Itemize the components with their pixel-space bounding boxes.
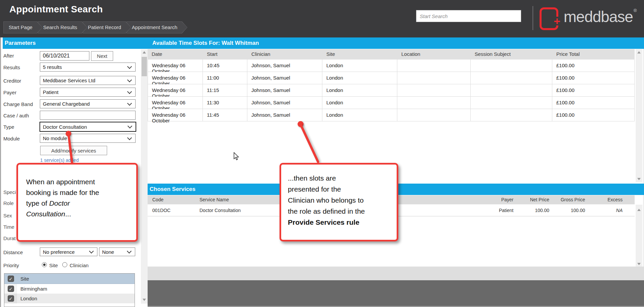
chevron-down-icon xyxy=(127,249,132,253)
creditor-label: Creditor xyxy=(3,78,21,84)
breadcrumb-patient-record[interactable]: Patient Record xyxy=(83,21,131,33)
timeslot-row[interactable]: Wednesday 06 October 11:00 Johnson, Samu… xyxy=(148,72,635,84)
distance-unit-select[interactable]: None xyxy=(99,247,135,256)
chevron-down-icon xyxy=(128,124,132,128)
priority-site-option[interactable]: Site xyxy=(49,263,58,268)
scroll-down-icon[interactable] xyxy=(637,178,641,180)
type-select[interactable]: Doctor Consultation xyxy=(39,122,136,132)
after-date-input[interactable] xyxy=(40,51,89,61)
col-code: Code xyxy=(148,195,195,204)
col-payer: Payer xyxy=(467,195,513,204)
registered-mark: ® xyxy=(634,7,637,14)
breadcrumb-search-results[interactable]: Search Results xyxy=(38,21,87,33)
scrollbar-thumb[interactable] xyxy=(142,57,147,76)
timeslot-row[interactable]: Wednesday 06 October 11:45 Johnson, Samu… xyxy=(148,109,635,121)
chosen-services-scrollbar[interactable] xyxy=(636,205,642,267)
charge-band-label: Charge Band xyxy=(3,101,33,107)
site-list-header-label: Site xyxy=(20,276,29,282)
module-select[interactable]: No module xyxy=(40,134,136,143)
callout-slots-note: ...then slots are presented for the Clin… xyxy=(279,163,398,241)
timeslot-row[interactable]: Wednesday 06 October 11:30 Johnson, Samu… xyxy=(148,97,635,109)
charge-band-select[interactable]: General Chargeband xyxy=(40,99,136,108)
case-auth-input[interactable] xyxy=(40,111,136,120)
module-label: Module xyxy=(3,136,20,141)
checkbox-checked-icon[interactable] xyxy=(8,276,14,282)
add-modify-services-button[interactable]: Add/modify services xyxy=(40,146,107,155)
specialist-label: Speci xyxy=(3,189,16,195)
col-site: Site xyxy=(322,49,397,60)
annotation-line xyxy=(299,124,319,164)
parameters-scrollbar[interactable] xyxy=(141,49,148,304)
role-label: Role xyxy=(3,200,14,206)
timeslot-row[interactable]: Wednesday 06 October 11:15 Johnson, Samu… xyxy=(148,84,635,97)
distance-label: Distance xyxy=(3,249,23,255)
chosen-services-title: Chosen Services xyxy=(150,186,195,193)
scroll-up-icon[interactable] xyxy=(143,51,146,54)
col-location: Location xyxy=(397,49,471,60)
priority-label: Priority xyxy=(3,263,19,268)
col-net-price: Net Price xyxy=(513,195,549,204)
scroll-down-icon[interactable] xyxy=(637,263,641,265)
chevron-down-icon xyxy=(89,249,94,253)
logo-divider xyxy=(533,6,533,30)
timeslots-title: Available Time Slots For: Walt Whitman xyxy=(152,40,259,46)
chevron-down-icon xyxy=(127,135,132,140)
type-label: Type xyxy=(3,124,14,130)
footer-band-dark xyxy=(148,280,644,306)
next-button[interactable]: Next xyxy=(91,51,113,61)
top-header-bar: Appointment Search + meddbase ® Start Pa… xyxy=(0,0,644,37)
payer-select[interactable]: Patient xyxy=(40,88,136,97)
service-code-link[interactable]: 001DOC xyxy=(148,204,195,216)
timeslots-scrollbar[interactable] xyxy=(636,49,642,182)
col-price-total: Price Total xyxy=(552,49,635,60)
col-date: Date xyxy=(148,49,203,60)
payer-label: Payer xyxy=(3,90,16,95)
priority-clinician-radio[interactable] xyxy=(62,262,67,267)
results-select[interactable]: 5 results xyxy=(40,63,136,72)
window-left-edge xyxy=(0,37,3,307)
meddbase-logo: + meddbase ® xyxy=(540,7,637,30)
breadcrumb-start-page[interactable]: Start Page xyxy=(3,21,43,33)
col-excess: Excess xyxy=(585,195,623,204)
priority-site-radio[interactable] xyxy=(42,262,47,267)
duration-label: Durat xyxy=(3,235,16,241)
scroll-down-icon[interactable] xyxy=(143,299,146,301)
meddbase-plus-icon: + xyxy=(540,7,558,30)
creditor-select[interactable]: Meddbase Services Ltd xyxy=(40,76,136,85)
timeslots-table-header: Date Start Clinician Site Location Sessi… xyxy=(148,49,635,60)
timeslot-row[interactable]: Wednesday 06 October 10:45 Johnson, Samu… xyxy=(148,60,635,72)
case-auth-label: Case / auth xyxy=(3,113,29,118)
chevron-down-icon xyxy=(127,77,132,82)
sex-label: Sex xyxy=(3,213,12,218)
after-label: After xyxy=(3,53,14,59)
appointment-search-screen: Appointment Search + meddbase ® Start Pa… xyxy=(0,0,644,307)
breadcrumb: Start Page Search Results Patient Record… xyxy=(3,21,183,33)
priority-clinician-option[interactable]: Clinician xyxy=(70,263,89,268)
section-header-bar: Parameters Available Time Slots For: Wal… xyxy=(3,37,644,49)
callout-type-note: When an appointment booking is made for … xyxy=(16,163,138,242)
scroll-up-icon[interactable] xyxy=(637,51,641,54)
col-gross-price: Gross Price xyxy=(549,195,585,204)
distance-select[interactable]: No preference xyxy=(40,247,97,256)
breadcrumb-appointment-search[interactable]: Appointment Search xyxy=(127,21,187,33)
logo-wordmark: meddbase xyxy=(564,7,633,26)
site-filter-list: Site Birmingham London xyxy=(4,273,135,307)
col-start: Start xyxy=(203,49,247,60)
search-input[interactable] xyxy=(416,10,521,22)
chevron-down-icon xyxy=(127,101,132,105)
col-session-subject: Session Subject xyxy=(471,49,552,60)
time-label: Time xyxy=(3,224,14,230)
parameters-title: Parameters xyxy=(5,40,36,46)
site-list-header-row[interactable]: Site xyxy=(4,274,135,284)
chevron-down-icon xyxy=(127,89,132,94)
page-title: Appointment Search xyxy=(9,4,103,15)
checkbox-checked-icon[interactable] xyxy=(8,286,14,292)
site-row-birmingham[interactable]: Birmingham xyxy=(4,284,135,294)
col-clinician: Clinician xyxy=(247,49,322,60)
footer-band-light xyxy=(148,267,644,280)
scroll-up-icon[interactable] xyxy=(637,209,641,211)
site-row-london[interactable]: London xyxy=(4,294,135,303)
results-label: Results xyxy=(3,65,20,70)
mouse-cursor xyxy=(233,152,239,161)
checkbox-checked-icon[interactable] xyxy=(8,295,14,302)
